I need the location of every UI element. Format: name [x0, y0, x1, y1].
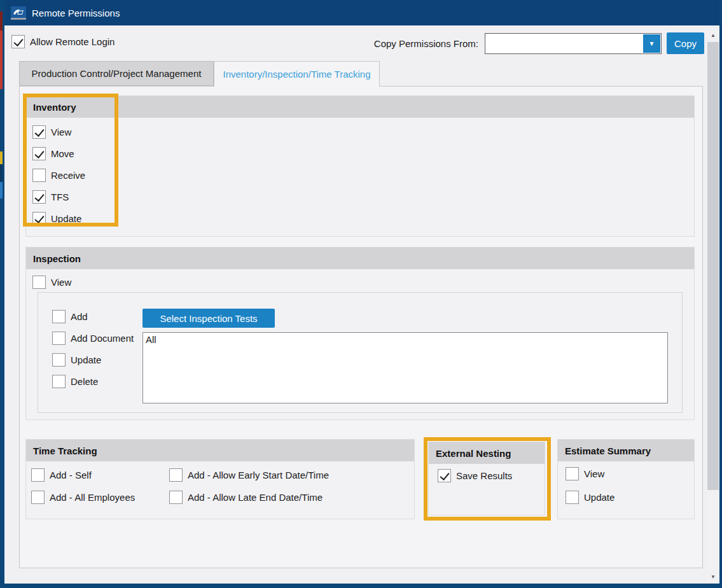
inspection-add-document-label: Add Document	[71, 333, 134, 344]
inventory-receive-label: Receive	[51, 170, 85, 181]
inspection-add-document-row: Add Document	[52, 332, 134, 345]
tt-late-end-checkbox[interactable]	[169, 491, 183, 504]
inspection-section-header: Inspection	[26, 248, 694, 269]
inspection-sub-panel: Add Add Document Update Delete Select In…	[38, 292, 683, 413]
inspection-tests-listbox[interactable]: All	[142, 332, 668, 403]
time-tracking-section: Time Tracking Add - Self Add - All Emplo…	[25, 439, 415, 519]
inspection-view-checkbox[interactable]	[32, 276, 46, 289]
es-view-label: View	[584, 468, 604, 479]
window-border-bottom	[0, 584, 722, 588]
inventory-section: Inventory View Move Receive TFS Update	[25, 95, 695, 237]
tt-add-self-checkbox[interactable]	[31, 468, 45, 482]
remote-permissions-dialog: Remote Permissions — ✕ Allow Remote Logi…	[0, 0, 722, 588]
external-nesting-section-header: External Nesting	[429, 442, 545, 464]
scroll-down-icon: ▼	[711, 574, 716, 580]
inspection-update-checkbox[interactable]	[52, 353, 66, 367]
estimate-summary-title: Estimate Summary	[565, 445, 651, 456]
allow-remote-login-checkbox[interactable]	[11, 35, 25, 48]
save-results-row: Save Results	[438, 469, 512, 482]
tt-add-self-label: Add - Self	[50, 470, 92, 480]
inventory-title: Inventory	[33, 102, 76, 113]
inventory-tfs-label: TFS	[51, 192, 69, 202]
es-update-label: Update	[584, 492, 614, 503]
inventory-view-checkbox[interactable]	[32, 125, 46, 139]
inspection-add-row: Add	[52, 310, 134, 323]
inventory-update-checkbox[interactable]	[32, 212, 46, 225]
external-nesting-section: External Nesting Save Results	[428, 442, 545, 515]
tt-early-start-checkbox[interactable]	[169, 468, 183, 482]
inventory-move-row: Move	[32, 147, 694, 160]
combobox-dropdown-button[interactable]: ▼	[643, 34, 660, 53]
title-bar: Remote Permissions	[4, 0, 719, 25]
es-view-row: View	[566, 467, 604, 480]
inspection-title: Inspection	[33, 253, 81, 264]
tt-late-end-label: Add - Allow Late End Date/Time	[188, 492, 323, 503]
inspection-delete-checkbox[interactable]	[52, 375, 66, 388]
inspection-view-label: View	[51, 277, 71, 288]
inspection-update-row: Update	[52, 353, 134, 367]
window-title: Remote Permissions	[32, 8, 120, 18]
copy-permissions-from-label: Copy Permissions From:	[356, 38, 478, 49]
inspection-add-label: Add	[71, 311, 88, 322]
scrollbar-thumb[interactable]	[707, 42, 719, 490]
inventory-update-row: Update	[32, 212, 694, 225]
save-results-checkbox[interactable]	[438, 469, 451, 482]
save-results-label: Save Results	[456, 470, 512, 481]
inspection-tests-list-item[interactable]: All	[146, 334, 665, 345]
inspection-update-label: Update	[71, 354, 101, 365]
allow-remote-login-label: Allow Remote Login	[30, 36, 115, 47]
tt-add-self-row: Add - Self	[31, 468, 92, 482]
chevron-down-icon: ▼	[649, 40, 655, 47]
scroll-down-button[interactable]: ▼	[707, 570, 719, 584]
inventory-tfs-row: TFS	[32, 190, 694, 204]
inspection-add-document-checkbox[interactable]	[52, 332, 66, 345]
estimate-summary-section-header: Estimate Summary	[558, 440, 694, 461]
inspection-delete-row: Delete	[52, 375, 134, 388]
external-nesting-title: External Nesting	[436, 448, 511, 459]
tt-early-start-label: Add - Allow Early Start Date/Time	[188, 470, 329, 480]
inventory-move-checkbox[interactable]	[32, 147, 46, 160]
tt-add-all-employees-label: Add - All Employees	[50, 492, 135, 503]
time-tracking-title: Time Tracking	[33, 445, 97, 456]
inspection-add-checkbox[interactable]	[52, 310, 66, 323]
tt-add-all-employees-checkbox[interactable]	[31, 491, 45, 504]
allow-remote-login-row: Allow Remote Login	[11, 35, 115, 48]
inventory-view-label: View	[51, 127, 71, 137]
inventory-receive-checkbox[interactable]	[32, 169, 46, 182]
inventory-section-header: Inventory	[26, 96, 694, 118]
es-view-checkbox[interactable]	[566, 467, 579, 480]
es-update-row: Update	[566, 491, 614, 504]
inspection-section: Inspection View Add Add Document Update	[25, 247, 695, 420]
inspection-view-row: View	[32, 276, 694, 289]
vertical-scrollbar[interactable]: ▲ ▼	[707, 28, 719, 584]
tt-late-end-row: Add - Allow Late End Date/Time	[169, 491, 323, 504]
time-tracking-section-header: Time Tracking	[26, 440, 414, 461]
inventory-view-row: View	[32, 125, 694, 139]
tt-add-all-employees-row: Add - All Employees	[31, 491, 135, 504]
es-update-checkbox[interactable]	[566, 491, 579, 504]
copy-permissions-from-combobox[interactable]: ▼	[485, 33, 662, 54]
inventory-tfs-checkbox[interactable]	[32, 190, 46, 204]
tab-inventory-inspection-time-tracking[interactable]: Inventory/Inspection/Time Tracking	[214, 61, 380, 87]
background-window-sliver	[0, 0, 3, 293]
copy-button[interactable]: Copy	[667, 32, 704, 54]
window-border-right	[719, 0, 722, 588]
inventory-move-label: Move	[51, 148, 74, 159]
inspection-delete-label: Delete	[71, 376, 98, 387]
inventory-receive-row: Receive	[32, 169, 694, 182]
scroll-up-button[interactable]: ▲	[707, 28, 719, 42]
scroll-up-icon: ▲	[711, 32, 716, 38]
tt-early-start-row: Add - Allow Early Start Date/Time	[169, 468, 329, 482]
estimate-summary-section: Estimate Summary View Update	[557, 439, 695, 519]
app-logo-icon	[11, 6, 26, 20]
tab-production-control[interactable]: Production Control/Project Management	[19, 61, 214, 86]
select-inspection-tests-button[interactable]: Select Inspection Tests	[142, 309, 275, 328]
inventory-update-label: Update	[51, 213, 81, 224]
